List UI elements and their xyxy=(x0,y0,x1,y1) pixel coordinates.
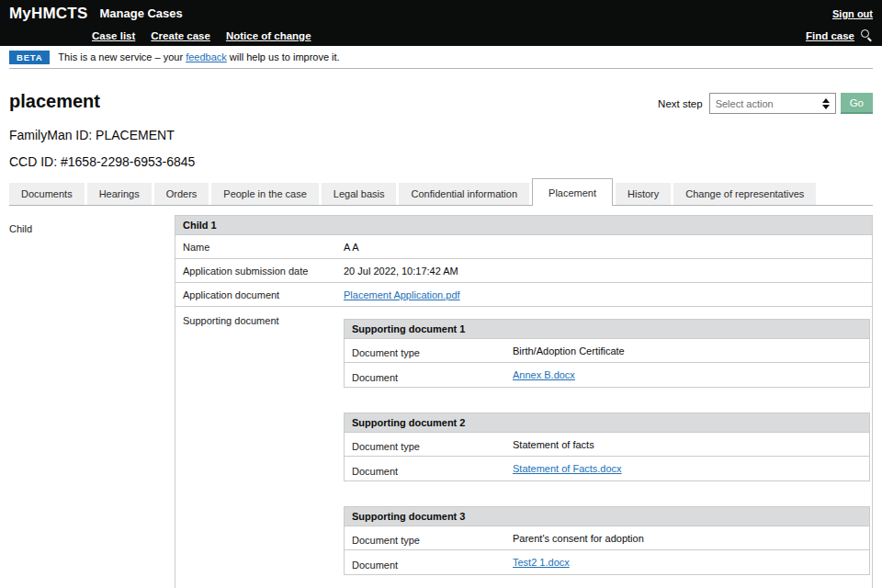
header-nav-row: Case list Create case Notice of change F… xyxy=(9,26,873,45)
phase-text-before: This is a new service – your xyxy=(58,51,186,62)
nav-item-notice-of-change[interactable]: Notice of change xyxy=(226,30,311,41)
row-label: Name xyxy=(175,238,344,256)
table-row-supporting-document: Supporting document Supporting document … xyxy=(175,307,872,588)
case-ids: FamilyMan ID: PLACEMENT CCD ID: #1658-22… xyxy=(9,128,873,169)
case-head: placement Next step Select action Go xyxy=(9,69,873,114)
supporting-doc-header: Supporting document 1 xyxy=(345,320,869,339)
supporting-document-table-2: Supporting document 2 Document type Stat… xyxy=(344,413,870,481)
row-value: A A xyxy=(344,238,872,256)
phase-text-after: will help us to improve it. xyxy=(227,51,340,62)
application-document-link[interactable]: Placement Application.pdf xyxy=(344,289,460,300)
feedback-link[interactable]: feedback xyxy=(186,51,227,62)
next-step-select-value: Select action xyxy=(716,98,822,109)
supporting-doc-header: Supporting document 2 xyxy=(345,413,869,433)
table-row: Document type Statement of facts xyxy=(345,433,869,457)
row-label: Document type xyxy=(345,526,513,549)
tab-hearings[interactable]: Hearings xyxy=(87,183,152,205)
select-spinner-icon xyxy=(822,98,830,109)
row-label: Document type xyxy=(345,339,513,362)
tab-placement-active[interactable]: Placement xyxy=(532,178,613,206)
row-value: Statement of facts xyxy=(513,435,869,454)
tab-legal-basis[interactable]: Legal basis xyxy=(322,183,397,205)
supporting-document-link[interactable]: Annex B.docx xyxy=(513,369,575,380)
supporting-document-table-3: Supporting document 3 Document type Pare… xyxy=(344,506,870,575)
table-row: Document Annex B.docx xyxy=(345,363,869,387)
row-value: Birth/Adoption Certificate xyxy=(513,342,869,360)
tab-history[interactable]: History xyxy=(616,183,671,205)
supporting-document-link[interactable]: Test2 1.docx xyxy=(513,557,570,568)
primary-nav: Case list Create case Notice of change xyxy=(92,30,311,41)
next-step-select[interactable]: Select action xyxy=(709,93,836,114)
row-value: Test2 1.docx xyxy=(513,553,869,571)
header-top-row: MyHMCTS Manage Cases Sign out xyxy=(9,0,873,24)
supporting-documents: Supporting document 1 Document type Birt… xyxy=(344,307,872,588)
nav-item-create-case[interactable]: Create case xyxy=(151,30,210,41)
row-value: Parent's consent for adoption xyxy=(513,529,869,548)
row-label: Application document xyxy=(175,286,344,304)
row-value: Placement Application.pdf xyxy=(344,286,872,304)
brand-logo[interactable]: MyHMCTS xyxy=(9,5,87,23)
case-tabs: Documents Hearings Orders People in the … xyxy=(9,177,873,206)
row-label: Document xyxy=(345,551,513,574)
row-value: 20 Jul 2022, 10:17:42 AM xyxy=(344,262,872,280)
child-table-header: Child 1 xyxy=(175,216,872,235)
tab-people-in-the-case[interactable]: People in the case xyxy=(211,183,319,205)
phase-banner: BETA This is a new service – your feedba… xyxy=(9,46,873,69)
supporting-document-table-1: Supporting document 1 Document type Birt… xyxy=(344,319,870,388)
table-row: Document Test2 1.docx xyxy=(345,550,869,574)
familyman-id: FamilyMan ID: PLACEMENT xyxy=(9,128,873,142)
phase-banner-text: This is a new service – your feedback wi… xyxy=(58,51,339,62)
beta-badge: BETA xyxy=(9,51,50,64)
row-label: Document xyxy=(345,458,513,481)
supporting-doc-header: Supporting document 3 xyxy=(345,507,869,526)
search-icon[interactable] xyxy=(861,29,873,41)
go-button[interactable]: Go xyxy=(841,93,873,114)
next-step-label: Next step xyxy=(658,98,703,109)
table-row: Name A A xyxy=(175,235,872,259)
table-row: Application submission date 20 Jul 2022,… xyxy=(175,259,872,283)
ccd-id: CCD ID: #1658-2298-6953-6845 xyxy=(9,154,873,169)
next-step-controls: Next step Select action Go xyxy=(658,91,873,114)
table-row: Application document Placement Applicati… xyxy=(175,283,872,307)
app-header: MyHMCTS Manage Cases Sign out Case list … xyxy=(0,0,882,46)
find-case-link[interactable]: Find case xyxy=(806,30,854,41)
row-label: Document type xyxy=(345,433,513,456)
service-name: Manage Cases xyxy=(99,6,182,20)
row-label: Document xyxy=(345,364,513,387)
sign-out-link[interactable]: Sign out xyxy=(832,8,873,19)
supporting-document-link[interactable]: Statement of Facts.docx xyxy=(513,463,622,474)
page-title: placement xyxy=(9,91,100,112)
row-value: Annex B.docx xyxy=(513,366,869,384)
tab-change-of-representatives[interactable]: Change of representatives xyxy=(673,183,816,205)
row-value: Statement of Facts.docx xyxy=(513,459,869,478)
child-field-label: Child xyxy=(9,223,32,234)
nav-item-case-list[interactable]: Case list xyxy=(92,30,135,41)
child-table: Child 1 Name A A Application submission … xyxy=(175,215,873,588)
tab-documents[interactable]: Documents xyxy=(9,183,85,205)
tab-orders[interactable]: Orders xyxy=(154,183,209,205)
table-row: Document type Birth/Adoption Certificate xyxy=(345,339,869,363)
find-case[interactable]: Find case xyxy=(806,29,873,41)
table-row: Document type Parent's consent for adopt… xyxy=(345,526,869,550)
row-label: Application submission date xyxy=(175,262,344,280)
tab-confidential-information[interactable]: Confidential information xyxy=(399,183,529,205)
tab-content: Child Child 1 Name A A Application submi… xyxy=(9,215,873,588)
table-row: Document Statement of Facts.docx xyxy=(345,457,869,481)
row-label: Supporting document xyxy=(175,307,344,330)
